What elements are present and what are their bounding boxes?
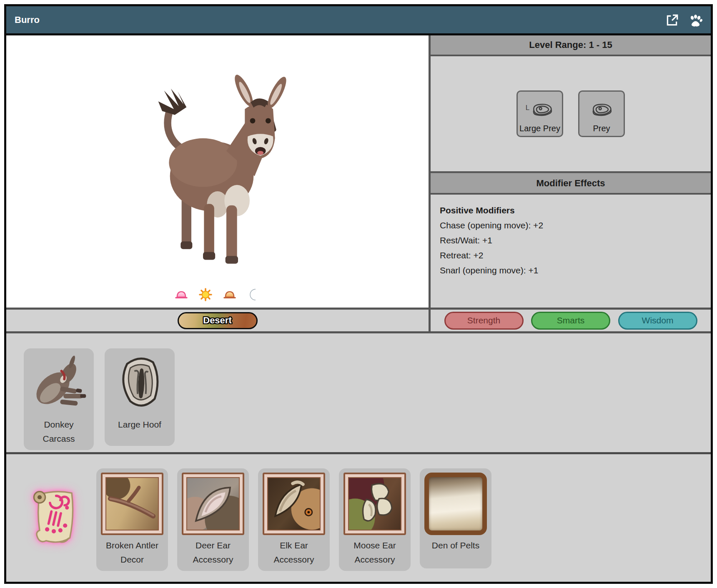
- level-range-header: Level Range: 1 - 15: [431, 35, 711, 56]
- recipe-elk-ear-accessory[interactable]: Elk Ear Accessory: [258, 468, 330, 571]
- recipe-den-of-pelts[interactable]: Den of Pelts: [420, 468, 491, 568]
- large-prey-size-letter: L: [526, 104, 529, 112]
- drops-section: Donkey Carcass Large Hoof: [6, 333, 711, 454]
- large-hoof-image: [113, 353, 167, 415]
- creature-panel: [6, 35, 431, 308]
- recipe-scroll-icon[interactable]: [25, 487, 82, 550]
- prey-label: Prey: [593, 124, 610, 133]
- modifier-line: Chase (opening move): +2: [440, 218, 702, 233]
- modifier-effects-header: Modifier Effects: [431, 173, 711, 195]
- biome-strip: Desert: [6, 310, 431, 331]
- drop-item-label: Donkey Carcass: [27, 418, 90, 446]
- paw-icon[interactable]: [688, 13, 702, 27]
- recipe-label: Deer Ear Accessory: [180, 538, 246, 567]
- deer-ear-image: [182, 473, 244, 535]
- steak-icon: [589, 101, 614, 120]
- time-of-day-row: [6, 288, 429, 302]
- night-icon: [247, 288, 261, 302]
- wisdom-button[interactable]: Wisdom: [618, 312, 697, 330]
- modifier-line: Retreat: +2: [440, 248, 702, 263]
- title-bar: Burro: [6, 6, 711, 35]
- moose-ear-image: [343, 473, 406, 535]
- recipe-label: Broken Antler Decor: [99, 538, 165, 567]
- recipe-label: Moose Ear Accessory: [341, 538, 408, 567]
- recipe-label: Den of Pelts: [432, 538, 479, 553]
- modifier-line: Rest/Wait: +1: [440, 233, 702, 248]
- dusk-icon: [223, 288, 237, 302]
- positive-modifiers-title: Positive Modifiers: [440, 203, 702, 218]
- drop-item-donkey-carcass[interactable]: Donkey Carcass: [24, 348, 94, 450]
- strength-button[interactable]: Strength: [444, 312, 524, 330]
- day-icon: [198, 288, 213, 302]
- steak-icon: [530, 101, 554, 120]
- donkey-carcass-image: [28, 353, 89, 415]
- main-row: Level Range: 1 - 15 L: [6, 35, 711, 310]
- creature-image: [145, 55, 291, 275]
- recipe-label: Elk Ear Accessory: [261, 538, 327, 567]
- biome-desert-button[interactable]: Desert: [178, 312, 258, 329]
- modifier-line: Snarl (opening move): +1: [440, 263, 702, 278]
- den-of-pelts-image: [424, 473, 487, 535]
- prey-type-area: L Large Prey: [431, 56, 711, 173]
- large-prey-label: Large Prey: [519, 124, 560, 133]
- recipe-broken-antler-decor[interactable]: Broken Antler Decor: [96, 468, 168, 571]
- recipes-section: Broken Antler Decor Deer Ear Accessory: [6, 454, 711, 582]
- title-bar-icons: [665, 13, 702, 27]
- large-prey-button[interactable]: L Large Prey: [516, 90, 563, 137]
- drop-item-large-hoof[interactable]: Large Hoof: [105, 348, 175, 446]
- drop-item-label: Large Hoof: [118, 418, 161, 432]
- creature-profile-window: Burro: [4, 4, 713, 584]
- stats-strip: Strength Smarts Wisdom: [431, 310, 711, 331]
- elk-ear-image: [263, 473, 325, 535]
- smarts-button[interactable]: Smarts: [531, 312, 610, 330]
- recipe-deer-ear-accessory[interactable]: Deer Ear Accessory: [177, 468, 249, 571]
- dawn-icon: [174, 288, 188, 302]
- info-panel: Level Range: 1 - 15 L: [431, 35, 711, 308]
- modifiers-panel: Positive Modifiers Chase (opening move):…: [431, 195, 711, 308]
- external-link-icon[interactable]: [665, 13, 679, 27]
- prey-button[interactable]: Prey: [578, 90, 625, 137]
- strip-row: Desert Strength Smarts Wisdom: [6, 310, 711, 333]
- broken-antler-image: [101, 473, 163, 535]
- recipe-moose-ear-accessory[interactable]: Moose Ear Accessory: [339, 468, 411, 571]
- page-title: Burro: [15, 15, 40, 25]
